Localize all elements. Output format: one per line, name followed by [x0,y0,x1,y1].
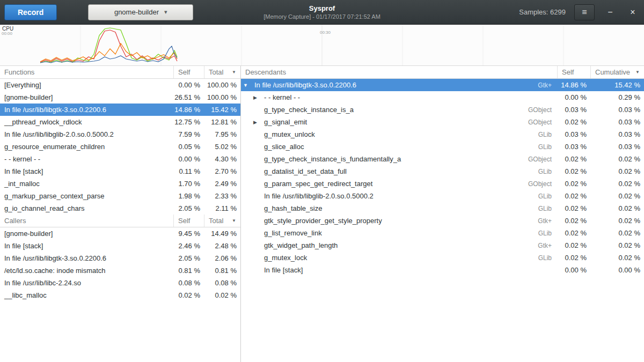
table-row[interactable]: In file [stack]0.11 %2.70 % [0,165,240,178]
function-name: - - kernel - - [0,155,173,163]
cpu-orange-line [40,43,177,62]
column-header-self[interactable]: Self [173,215,204,227]
function-name: g_markup_parse_context_parse [0,192,173,200]
function-name: In file /usr/lib/libgtk-3.so.0.2200.6 [0,254,173,262]
table-row[interactable]: ▼In file /usr/lib/libgtk-3.so.0.2200.6Gt… [241,79,644,91]
table-row[interactable]: g_param_spec_get_redirect_targetGObject0… [241,178,644,190]
sort-indicator-icon: ▼ [226,70,236,75]
category-label: Gtk+ [538,242,557,249]
category-label: GObject [528,156,557,163]
cumulative-value: 0.02 % [590,155,644,163]
table-row[interactable]: In file /usr/lib/libglib-2.0.so.0.5000.2… [0,128,240,141]
self-value: 0.81 % [173,267,204,275]
table-row[interactable]: ▶g_signal_emitGObject0.02 %0.03 % [241,116,644,128]
self-value: 0.02 % [557,217,590,225]
self-value: 2.05 % [173,204,204,212]
table-row[interactable]: In file /usr/lib/libc-2.24.so0.08 %0.08 … [0,277,240,289]
menu-button[interactable]: ≡ [574,4,595,20]
total-value: 2.11 % [204,204,240,212]
app-title: Sysprof [161,4,483,12]
table-row[interactable]: g_datalist_id_set_data_fullGLib0.02 %0.0… [241,165,644,178]
table-row[interactable]: In file /usr/lib/libgtk-3.so.0.2200.62.0… [0,252,240,264]
minimize-button[interactable]: − [603,4,617,20]
expander-open-icon[interactable]: ▼ [241,83,250,88]
descendants-table-header: Descendants Self Cumulative ▼ [241,66,644,79]
header-bar: Record gnome-builder ▾ Sysprof [Memory C… [0,0,644,25]
function-name: g_mutex_lock [260,254,538,262]
column-header-total[interactable]: Total ▼ [204,66,240,78]
function-name: g_hash_table_size [260,204,538,212]
total-value: 0.02 % [204,291,240,299]
cumulative-value: 0.03 % [590,106,644,114]
hamburger-icon: ≡ [582,8,587,17]
function-name: /etc/ld.so.cache: inode mismatch [0,267,173,275]
left-panel: Functions Self Total ▼ [Everything]0.00 … [0,66,241,362]
expander-closed-icon[interactable]: ▶ [251,95,260,100]
column-header-callers[interactable]: Callers [0,215,173,227]
table-row[interactable]: In file [stack]0.00 %0.00 % [241,264,644,276]
functions-table-body: [Everything]0.00 %100.00 %[gnome-builder… [0,79,240,215]
close-button[interactable]: × [626,4,640,20]
table-row[interactable]: g_io_channel_read_chars2.05 %2.11 % [0,202,240,215]
function-name: g_type_check_instance_is_a [260,106,528,114]
column-header-functions[interactable]: Functions [0,66,173,78]
table-row[interactable]: [gnome-builder]26.51 %100.00 % [0,91,240,104]
table-row[interactable]: gtk_style_provider_get_style_propertyGtk… [241,215,644,227]
cumulative-value: 0.02 % [590,241,644,249]
category-label: GLib [538,193,557,200]
column-header-descendants[interactable]: Descendants [241,66,557,78]
table-row[interactable]: g_hash_table_sizeGLib0.02 %0.02 % [241,202,644,215]
self-value: 0.02 % [557,241,590,249]
column-header-self[interactable]: Self [173,66,204,78]
self-value: 9.45 % [173,230,204,238]
total-value: 100.00 % [204,81,240,89]
table-row[interactable]: In file /usr/lib/libgtk-3.so.0.2200.614.… [0,104,240,116]
total-value: 7.95 % [204,130,240,138]
time-tick-mid: 00:30 [320,30,331,35]
function-name: g_type_check_instance_is_fundamentally_a [260,155,528,163]
function-name: In file /usr/lib/libglib-2.0.so.0.5000.2 [0,130,173,138]
table-row[interactable]: [Everything]0.00 %100.00 % [0,79,240,91]
table-row[interactable]: g_type_check_instance_is_fundamentally_a… [241,153,644,165]
time-tick-start: 00:00 [2,31,12,36]
table-row[interactable]: In file [stack]2.46 %2.48 % [0,240,240,252]
table-row[interactable]: __pthread_rwlock_rdlock12.75 %12.81 % [0,116,240,128]
expander-closed-icon[interactable]: ▶ [251,120,260,125]
process-selector-dropdown[interactable]: gnome-builder ▾ [88,4,193,20]
table-row[interactable]: g_mutex_unlockGLib0.03 %0.03 % [241,128,644,141]
total-value: 2.06 % [204,254,240,262]
category-label: GLib [538,168,557,175]
table-row[interactable]: g_resource_enumerate_children0.05 %5.02 … [0,141,240,153]
column-header-total[interactable]: Total ▼ [204,215,240,227]
table-row[interactable]: ▶- - kernel - -0.00 %0.29 % [241,91,644,104]
table-row[interactable]: g_markup_parse_context_parse1.98 %2.33 % [0,190,240,202]
function-name: g_param_spec_get_redirect_target [260,180,528,188]
self-value: 0.11 % [173,167,204,175]
table-row[interactable]: /etc/ld.so.cache: inode mismatch0.81 %0.… [0,264,240,277]
table-row[interactable]: __libc_malloc0.02 %0.02 % [0,289,240,301]
table-row[interactable]: In file /usr/lib/libglib-2.0.so.0.5000.2… [241,190,644,202]
function-name: - - kernel - - [260,93,552,101]
table-row[interactable]: g_list_remove_linkGLib0.02 %0.02 % [241,227,644,239]
table-row[interactable]: - - kernel - -0.00 %4.30 % [0,153,240,165]
record-button[interactable]: Record [4,4,57,20]
column-header-self[interactable]: Self [557,66,590,78]
cumulative-value: 0.02 % [590,167,644,175]
table-row[interactable]: g_slice_allocGLib0.03 %0.03 % [241,141,644,153]
table-row[interactable]: _int_malloc1.70 %2.49 % [0,178,240,190]
function-name: [gnome-builder] [0,93,173,101]
table-row[interactable]: g_mutex_lockGLib0.02 %0.02 % [241,252,644,264]
cumulative-value: 0.03 % [590,130,644,138]
cpu-blue-line [40,46,177,63]
self-value: 2.46 % [173,242,204,250]
self-value: 0.02 % [557,204,590,212]
self-value: 0.02 % [557,118,590,126]
cumulative-value: 15.42 % [590,81,644,89]
cpu-usage-graph[interactable]: CPU 00:00 00:30 [0,25,644,65]
table-row[interactable]: g_type_check_instance_is_aGObject0.03 %0… [241,104,644,116]
category-label: GObject [528,106,557,114]
self-value: 0.02 % [557,192,590,200]
table-row[interactable]: [gnome-builder]9.45 %14.49 % [0,227,240,240]
table-row[interactable]: gtk_widget_path_lengthGtk+0.02 %0.02 % [241,239,644,252]
column-header-cumulative[interactable]: Cumulative ▼ [590,66,644,78]
